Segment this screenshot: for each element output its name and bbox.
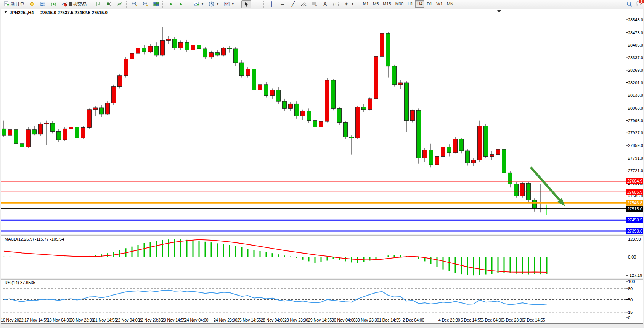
time-axis-label: 6 Dec 23:30 [503,318,524,322]
bear-candle [484,124,488,158]
market-watch-button[interactable] [27,0,37,8]
macd-axis-label: 123.93 [628,237,641,241]
timeframe-M30[interactable]: M30 [393,0,405,8]
svg-text:T: T [335,2,337,6]
crosshair-tool-button[interactable] [252,0,262,8]
time-axis-label: 23 Nov 14:55 [162,318,186,322]
tile-windows-icon [153,1,159,7]
time-axis-label: 30 Nov 23:30 [355,318,379,322]
timeframe-M15[interactable]: M15 [381,0,393,8]
bull-candle [411,110,415,123]
rsi-axis-label: 15 [628,310,633,315]
templates-button[interactable]: ▼ [222,0,236,8]
price-line-label: 27393.6 [627,229,642,233]
autotrading-icon [61,1,67,7]
dropdown-caret: ▼ [231,2,234,6]
price-tick-label: 27721.0 [628,168,643,173]
zoom-out-button[interactable] [140,0,150,8]
cursor-tool-button[interactable] [241,0,251,8]
price-tick-label: 28063.0 [628,106,643,110]
toolbar-separator [238,1,240,8]
price-tick-label: 28405.0 [628,43,643,47]
line-chart-button[interactable] [115,0,125,8]
time-axis-label: 18 Nov 04:00 [47,318,71,322]
rsi-axis-label: 50 [628,297,633,302]
price-tick-label: 28337.0 [628,55,643,60]
toolbar-right-group: 1 [626,0,642,8]
zoom-in-button[interactable] [130,0,140,8]
data-window-button[interactable] [38,0,48,8]
ea-signals-button[interactable] [48,0,58,8]
bull-candle [441,145,445,158]
search-icon[interactable] [626,1,633,7]
auto-scroll-button[interactable] [166,0,176,8]
time-axis-label: 2 Dec 04:00 [403,318,424,322]
timeframe-M5[interactable]: M5 [371,0,381,8]
bull-candle [368,98,372,111]
arrows-icon: ✦ [344,1,350,7]
trendline-tool-button[interactable]: ╱ [288,0,298,8]
timeframe-group: M1M5M15M30H1H4D1W1MN [361,0,455,8]
text-label-tool-button[interactable]: T [331,0,341,8]
timeframe-W1[interactable]: W1 [434,0,445,8]
bear-candle [331,79,336,110]
new-chart-icon [193,1,199,7]
tile-windows-button[interactable] [151,0,161,8]
time-axis-label: 22 Nov 23:30 [139,318,163,322]
vertical-line-tool-button[interactable]: │ [267,0,277,8]
dropdown-caret: ▼ [351,2,354,6]
bull-candle [106,101,110,115]
bear-candle [417,108,421,163]
candlestick-chart-button[interactable] [104,0,114,8]
new-order-label: 新订单 [11,1,24,7]
time-axis-label: 5 Dec 14:55 [461,318,482,322]
time-axis-label: 28 Nov 04:00 [261,318,285,322]
toolbar-separator [188,1,190,8]
chart-shift-icon [178,1,185,7]
bull-candle [81,126,85,139]
price-tick-label: 28543.0 [628,18,643,22]
bear-candle [502,148,506,175]
chart-symbol-title: JPN225-,H4 [10,10,34,15]
auto-scroll-icon [168,1,174,7]
text-tool-button[interactable]: A [320,0,330,8]
application-window: JPN225-,H427515.0 27537.5 27482.5 27515.… [0,0,644,328]
clock-icon [209,1,215,7]
vertical-line-icon: │ [269,1,275,7]
arrows-tool-button[interactable]: ✦▼ [342,0,356,8]
bear-candle [252,66,256,92]
timeframe-D1[interactable]: D1 [425,0,434,8]
notifications-button[interactable]: 1 [636,0,642,8]
template-chart-icon [224,1,230,7]
toolbar: 新订单 自动交易 [0,0,644,8]
time-axis-label: 21 Nov 14:55 [93,318,117,322]
price-line-label: 27664.9 [627,179,642,183]
bull-candle [112,85,116,105]
bull-candle [453,137,458,153]
toolbar-separator [358,1,360,8]
bull-candle [87,108,92,129]
chart-shift-button[interactable] [177,0,186,8]
chart-area[interactable]: JPN225-,H427515.0 27537.5 27482.5 27515.… [0,0,644,328]
bear-candle [514,182,519,198]
price-tick-label: 28473.0 [628,31,643,35]
fibonacci-tool-button[interactable]: F [310,0,320,8]
timeframe-H4[interactable]: H4 [415,0,424,8]
new-chart-button[interactable]: ▼ [191,0,206,8]
timeframe-M1[interactable]: M1 [361,0,371,8]
horizontal-line-tool-button[interactable]: ─ [278,0,287,8]
autotrading-button[interactable]: 自动交易 [59,0,88,8]
bull-candle [222,47,226,56]
bar-chart-button[interactable] [93,0,103,8]
rsi-axis-label: 80 [628,286,633,291]
price-line-label: 27453.5 [627,218,642,222]
equidistant-channel-tool-button[interactable]: E [299,0,309,8]
timeframe-MN[interactable]: MN [445,0,455,8]
svg-text:E: E [305,4,307,7]
periods-button[interactable]: ▼ [207,0,221,8]
bear-candle [51,121,55,133]
timeframe-H1[interactable]: H1 [406,0,415,8]
new-order-button[interactable]: 新订单 [2,0,26,8]
macd-axis-label: -127.19 [628,273,642,278]
time-axis-label: 29 Nov 14:55 [308,318,332,322]
